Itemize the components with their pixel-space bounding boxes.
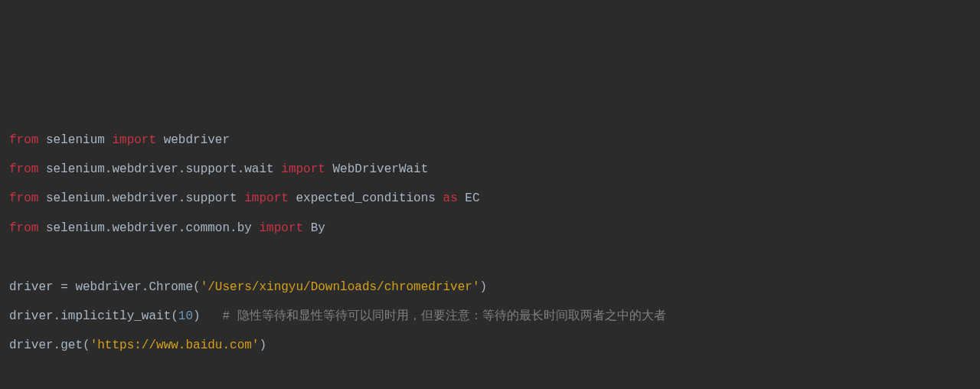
string-literal: '/Users/xingyu/Downloads/chromedriver' [201,280,480,294]
import-name: expected_conditions [296,191,435,205]
blank-line [9,361,971,389]
keyword-from: from [9,191,38,205]
code-line: driver = webdriver.Chrome('/Users/xingyu… [9,273,971,302]
keyword-import: import [259,221,303,235]
keyword-from: from [9,162,38,176]
paren: ) [193,309,222,323]
code-line: from selenium.webdriver.common.by import… [9,214,971,243]
keyword-from: from [9,133,38,147]
code-line: from selenium.webdriver.support.wait imp… [9,155,971,184]
comment: # 隐性等待和显性等待可以同时用，但要注意：等待的最长时间取两者之中的大者 [222,309,665,323]
assignment: driver = webdriver.Chrome( [9,280,201,294]
code-line: from selenium.webdriver.support import e… [9,184,971,213]
code-line: driver.get('https://www.baidu.com') [9,331,971,360]
paren: ) [259,338,266,352]
import-name: WebDriverWait [333,162,429,176]
alias-name: EC [465,191,479,205]
import-name: webdriver [164,133,230,147]
keyword-import: import [281,162,325,176]
module-name: selenium [46,133,105,147]
module-name: selenium.webdriver.common.by [46,221,252,235]
code-line: driver.implicitly_wait(10) # 隐性等待和显性等待可以… [9,302,971,331]
method-call: driver.get( [9,338,90,352]
number-literal: 10 [178,309,193,323]
code-line: from selenium import webdriver [9,126,971,155]
keyword-as: as [443,191,458,205]
method-call: driver.implicitly_wait( [9,309,178,323]
keyword-import: import [244,191,289,205]
paren: ) [480,280,488,294]
import-name: By [311,221,325,235]
module-name: selenium.webdriver.support.wait [46,162,274,176]
module-name: selenium.webdriver.support [46,191,237,205]
code-editor[interactable]: from selenium import webdriverfrom selen… [9,126,971,389]
keyword-from: from [9,221,38,235]
keyword-import: import [112,133,156,147]
string-literal: 'https://www.baidu.com' [90,338,260,352]
blank-line [9,243,971,272]
